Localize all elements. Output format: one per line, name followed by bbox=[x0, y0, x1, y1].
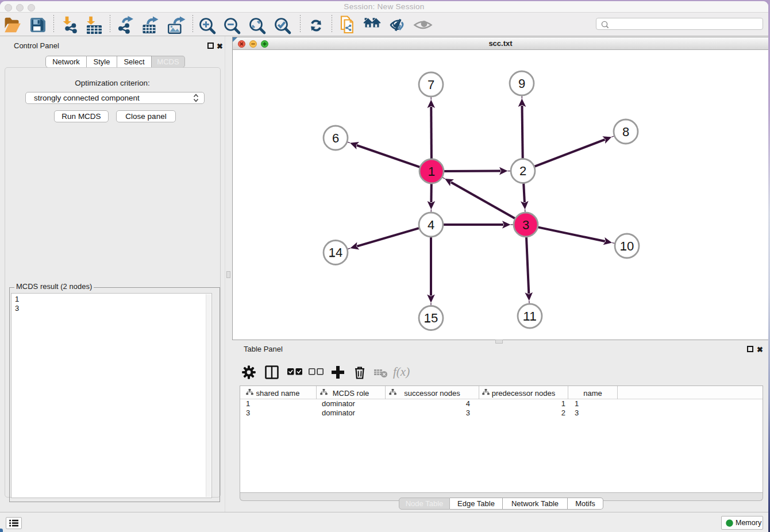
svg-text:3: 3 bbox=[522, 218, 529, 232]
svg-text:2: 2 bbox=[519, 164, 526, 178]
svg-text:14: 14 bbox=[329, 245, 342, 260]
svg-text:1: 1 bbox=[428, 164, 435, 179]
svg-text:8: 8 bbox=[622, 125, 629, 139]
svg-text:9: 9 bbox=[518, 76, 525, 91]
svg-text:10: 10 bbox=[620, 239, 634, 253]
svg-text:11: 11 bbox=[523, 309, 537, 323]
svg-text:6: 6 bbox=[332, 131, 339, 145]
svg-text:15: 15 bbox=[424, 311, 438, 325]
svg-text:7: 7 bbox=[428, 78, 434, 92]
svg-text:4: 4 bbox=[428, 218, 434, 232]
